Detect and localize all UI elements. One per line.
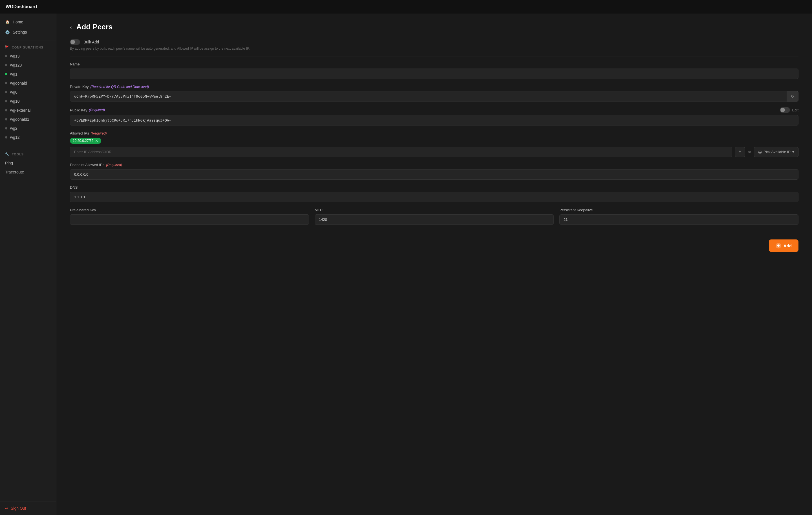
add-button[interactable]: + Add	[769, 239, 799, 252]
or-text: or	[748, 150, 751, 154]
endpoint-label: Endpoint Allowed IPs (Required)	[70, 163, 799, 167]
status-dot	[5, 55, 7, 57]
config-item-label: wg2	[10, 126, 18, 131]
private-key-refresh-button[interactable]: ↻	[787, 91, 799, 102]
public-key-required: (Required)	[89, 108, 105, 112]
mtu-input[interactable]	[315, 214, 554, 225]
main-content: ‹ Add Peers Bulk Add By adding peers by …	[56, 13, 812, 515]
sidebar-item-wg13[interactable]: wg13	[0, 52, 56, 61]
public-key-input-wrapper	[70, 115, 799, 125]
sidebar-item-wg2[interactable]: wg2	[0, 124, 56, 133]
back-button[interactable]: ‹	[70, 24, 72, 30]
private-key-input[interactable]	[70, 91, 799, 102]
sidebar-item-wg12[interactable]: wg12	[0, 133, 56, 142]
config-item-label: wg13	[10, 54, 20, 58]
status-dot	[5, 100, 7, 103]
name-input[interactable]	[70, 68, 799, 79]
ip-tag-close-button[interactable]: ✕	[95, 139, 98, 143]
toggle-thumb-pk	[780, 108, 785, 112]
wrench-icon: 🔧	[5, 152, 9, 156]
page-header: ‹ Add Peers	[70, 23, 799, 31]
dropdown-chevron-icon: ▾	[792, 150, 794, 154]
pick-available-ip-button[interactable]: ◎ Pick Available IP ▾	[754, 147, 799, 157]
status-dot	[5, 73, 7, 75]
mtu-group: MTU	[315, 208, 554, 225]
dns-group: DNS	[70, 185, 799, 202]
private-key-required: (Required for QR Code and Download)	[90, 85, 149, 89]
sidebar-item-wgdonald[interactable]: wgdonald	[0, 79, 56, 88]
allowed-ips-group: Allowed IPs (Required) 10.20.0.27/32 ✕ +…	[70, 131, 799, 157]
bulk-add-row: Bulk Add	[70, 39, 799, 45]
private-key-label: Private Key (Required for QR Code and Do…	[70, 85, 799, 89]
sidebar-item-wg0[interactable]: wg0	[0, 88, 56, 97]
config-item-label: wg-external	[10, 108, 30, 113]
name-label: Name	[70, 62, 799, 66]
public-key-label: Public Key (Required)	[70, 108, 105, 112]
status-dot	[5, 109, 7, 111]
divider-1	[70, 56, 799, 56]
app-title: WGDashboard	[6, 4, 37, 9]
status-dot	[5, 127, 7, 130]
dns-label: DNS	[70, 185, 799, 190]
allowed-ips-label: Allowed IPs (Required)	[70, 131, 799, 135]
public-key-group: Public Key (Required) Edit	[70, 107, 799, 125]
sign-out-label: Sign Out	[11, 506, 26, 511]
bulk-add-description: By adding peers by bulk, each peer's nam…	[70, 47, 799, 51]
dns-input[interactable]	[70, 192, 799, 202]
allowed-ips-required: (Required)	[91, 132, 107, 135]
sidebar-item-wg123[interactable]: wg123	[0, 61, 56, 70]
three-col-row: Pre-Shared Key MTU Persistent Keepalive	[70, 208, 799, 230]
mtu-label: MTU	[315, 208, 554, 212]
public-key-edit-row: Edit	[780, 107, 799, 113]
add-btn-row: + Add	[70, 239, 799, 252]
sidebar-item-wg1[interactable]: wg1	[0, 70, 56, 79]
config-item-label: wgdonald	[10, 81, 27, 85]
config-item-label: wgdonald1	[10, 117, 29, 121]
sidebar-configurations: 🚩 CONFIGURATIONS wg13wg123wg1wgdonaldwg0…	[0, 41, 56, 142]
pre-shared-key-label: Pre-Shared Key	[70, 208, 309, 212]
status-dot	[5, 64, 7, 66]
allowed-ips-add-button[interactable]: +	[735, 147, 745, 157]
sign-out-button[interactable]: ↩ Sign Out	[5, 506, 51, 511]
sidebar-item-home[interactable]: 🏠 Home	[0, 17, 56, 27]
keepalive-group: Persistent Keepalive	[559, 208, 799, 225]
topbar: WGDashboard	[0, 0, 812, 13]
add-icon: +	[776, 243, 781, 249]
public-key-edit-toggle[interactable]	[780, 107, 790, 113]
bulk-add-toggle[interactable]	[70, 39, 80, 45]
sidebar-item-wgdonald1[interactable]: wgdonald1	[0, 115, 56, 124]
status-dot	[5, 82, 7, 84]
sidebar-item-wg-external[interactable]: wg-external	[0, 106, 56, 115]
config-list: wg13wg123wg1wgdonaldwg0wg10wg-externalwg…	[0, 52, 56, 142]
private-key-group: Private Key (Required for QR Code and Do…	[70, 85, 799, 102]
status-dot	[5, 136, 7, 139]
public-key-input[interactable]	[70, 115, 799, 125]
keepalive-input[interactable]	[559, 214, 799, 225]
flag-icon: 🚩	[5, 46, 9, 49]
status-dot	[5, 118, 7, 120]
endpoint-group: Endpoint Allowed IPs (Required)	[70, 163, 799, 180]
sidebar: 🏠 Home ⚙️ Settings 🚩 CONFIGURATIONS wg13…	[0, 13, 56, 515]
pre-shared-key-input[interactable]	[70, 214, 309, 225]
sidebar-item-traceroute[interactable]: Traceroute	[0, 168, 56, 176]
public-key-header: Public Key (Required) Edit	[70, 107, 799, 113]
allowed-ips-input[interactable]	[70, 147, 732, 157]
name-group: Name	[70, 62, 799, 79]
sidebar-main-nav: 🏠 Home ⚙️ Settings	[0, 13, 56, 41]
page-title: Add Peers	[77, 23, 113, 31]
tools-section-label: 🔧 TOOLS	[0, 148, 56, 159]
sidebar-item-wg10[interactable]: wg10	[0, 97, 56, 106]
toggle-track-pk	[780, 107, 790, 113]
config-item-label: wg12	[10, 135, 20, 140]
ip-tag-1: 10.20.0.27/32 ✕	[70, 138, 101, 144]
sidebar-home-label: Home	[13, 20, 23, 24]
edit-label: Edit	[792, 108, 799, 112]
sidebar-item-ping[interactable]: Ping	[0, 159, 56, 168]
config-item-label: wg123	[10, 63, 22, 67]
refresh-icon: ↻	[791, 94, 794, 99]
pick-ip-icon: ◎	[758, 149, 762, 154]
endpoint-input[interactable]	[70, 169, 799, 180]
toggle-thumb	[70, 40, 75, 44]
sidebar-item-settings[interactable]: ⚙️ Settings	[0, 27, 56, 37]
allowed-ips-input-row: + or ◎ Pick Available IP ▾	[70, 147, 799, 157]
